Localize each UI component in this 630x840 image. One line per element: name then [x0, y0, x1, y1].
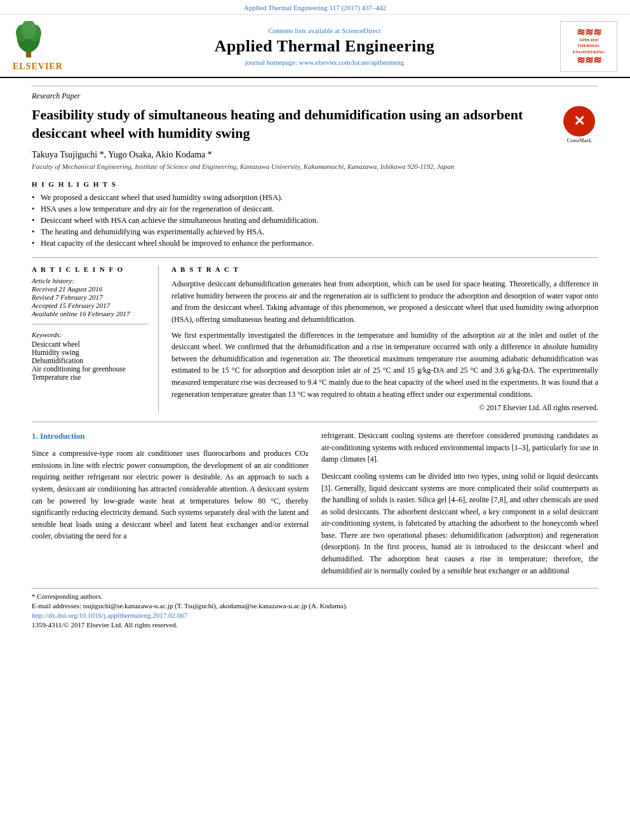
journal-title: Applied Thermal Engineering [95, 37, 554, 56]
highlight-item-4: The heating and dehumidifying was experi… [32, 227, 598, 237]
footnote-issn: 1359-4311/© 2017 Elsevier Ltd. All right… [32, 621, 598, 629]
keyword-5: Temperature rise [32, 373, 148, 381]
authors-line: Takuya Tsujiguchi *, Yugo Osaka, Akio Ko… [32, 150, 598, 160]
available-date: Available online 16 February 2017 [32, 310, 148, 317]
sciencedirect-link[interactable]: ScienceDirect [342, 27, 381, 34]
footnote-doi: http://dx.doi.org/10.1016/j.applthermale… [32, 611, 598, 619]
highlight-item-5: Heat capacity of the desiccant wheel sho… [32, 239, 598, 248]
elsevier-tree-logo [13, 21, 44, 59]
journal-homepage-line: journal homepage: www.elsevier.com/locat… [95, 58, 554, 66]
abstract-copyright: © 2017 Elsevier Ltd. All rights reserved… [171, 404, 598, 411]
paper-type-label: Research Paper [32, 86, 598, 101]
logo-waves-icon: ≋≋≋ [577, 27, 601, 37]
accepted-date: Accepted 15 February 2017 [32, 302, 148, 309]
article-history: Article history: Received 21 August 2016… [32, 277, 148, 317]
body-two-col: 1. Introduction Since a compressive-type… [32, 430, 598, 582]
intro-col2-p1: refrigerant. Desiccant cooling systems a… [321, 430, 598, 465]
keyword-1: Desiccant wheel [32, 340, 148, 348]
elsevier-wordmark: ELSEVIER [13, 62, 95, 72]
highlights-list: We proposed a desiccant wheel that used … [32, 193, 598, 248]
body-col-left: 1. Introduction Since a compressive-type… [32, 430, 309, 582]
journal-header-center: Contents lists available at ScienceDirec… [95, 27, 554, 66]
highlights-section: H I G H L I G H T S We proposed a desicc… [32, 180, 598, 248]
journal-citation-text: Applied Thermal Engineering 117 (2017) 4… [244, 4, 386, 11]
intro-col1-p1: Since a compressive-type room air condit… [32, 448, 309, 542]
abstract-panel: A B S T R A C T Adsorptive desiccant deh… [171, 265, 598, 411]
article-info-panel: A R T I C L E I N F O Article history: R… [32, 265, 159, 411]
logo-title-line2: THERMAL [577, 43, 600, 49]
keyword-2: Humidity swing [32, 349, 148, 356]
journal-citation-bar: Applied Thermal Engineering 117 (2017) 4… [0, 0, 630, 15]
received-date: Received 21 August 2016 [32, 285, 148, 293]
abstract-paragraph-1: Adsorptive desiccant dehumidification ge… [171, 278, 598, 325]
footnote-email: E-mail addresses: tsujiguchi@se.kanazawa… [32, 602, 598, 610]
paper-title: Feasibility study of simultaneous heatin… [32, 106, 598, 142]
footnote-corresponding: * Corresponding authors. [32, 592, 598, 600]
homepage-label: journal homepage: [245, 58, 299, 66]
elsevier-logo-area: ELSEVIER [13, 21, 95, 72]
paper-title-text: Feasibility study of simultaneous heatin… [32, 107, 523, 141]
keyword-4: Air conditioning for greenhouse [32, 365, 148, 373]
logo-waves-bottom-icon: ≋≋≋ [577, 55, 601, 65]
affiliation-text: Faculty of Mechanical Engineering, Insti… [32, 163, 598, 170]
main-content: Research Paper Feasibility study of simu… [0, 78, 630, 629]
introduction-heading: 1. Introduction [32, 430, 309, 443]
doi-link[interactable]: http://dx.doi.org/10.1016/j.applthermale… [32, 611, 187, 619]
homepage-link[interactable]: www.elsevier.com/locate/apthermeng [299, 58, 404, 66]
highlight-item-1: We proposed a desiccant wheel that used … [32, 193, 598, 203]
keywords-heading: Keywords: [32, 331, 148, 338]
authors-text: Takuya Tsujiguchi *, Yugo Osaka, Akio Ko… [32, 150, 212, 159]
abstract-heading: A B S T R A C T [171, 265, 598, 273]
introduction-section: 1. Introduction Since a compressive-type… [32, 422, 598, 629]
journal-logo-box-area: ≋≋≋ APPLIED THERMAL ENGINEERING ≋≋≋ [554, 21, 617, 72]
highlight-item-2: HSA uses a low temperature and dry air f… [32, 204, 598, 214]
intro-col2-p2: Desiccant cooling systems can be divided… [321, 470, 598, 577]
info-divider [32, 324, 148, 324]
contents-available-line: Contents lists available at ScienceDirec… [95, 27, 554, 34]
journal-logo-box: ≋≋≋ APPLIED THERMAL ENGINEERING ≋≋≋ [560, 21, 617, 72]
keyword-3: Dehumidification [32, 357, 148, 364]
revised-date: Revised 7 February 2017 [32, 293, 148, 301]
footnote-section: * Corresponding authors. E-mail addresse… [32, 588, 598, 629]
article-info-heading: A R T I C L E I N F O [32, 265, 148, 273]
highlights-label: H I G H L I G H T S [32, 180, 598, 188]
journal-header: ELSEVIER Contents lists available at Sci… [0, 15, 630, 78]
highlight-item-3: Desiccant wheel with HSA can achieve the… [32, 216, 598, 225]
abstract-paragraph-2: We first experimentally investigated the… [171, 330, 598, 401]
logo-title-line1: APPLIED [579, 37, 599, 43]
article-info-abstract-section: A R T I C L E I N F O Article history: R… [32, 257, 598, 411]
history-label: Article history: [32, 277, 148, 284]
body-col-right: refrigerant. Desiccant cooling systems a… [321, 430, 598, 582]
contents-available-text: Contents lists available at [268, 27, 341, 34]
keywords-list: Desiccant wheel Humidity swing Dehumidif… [32, 340, 148, 381]
crossmark-badge: ✕ CrossMark [560, 106, 598, 144]
crossmark-icon: ✕ [563, 106, 595, 137]
crossmark-label: CrossMark [567, 138, 592, 144]
